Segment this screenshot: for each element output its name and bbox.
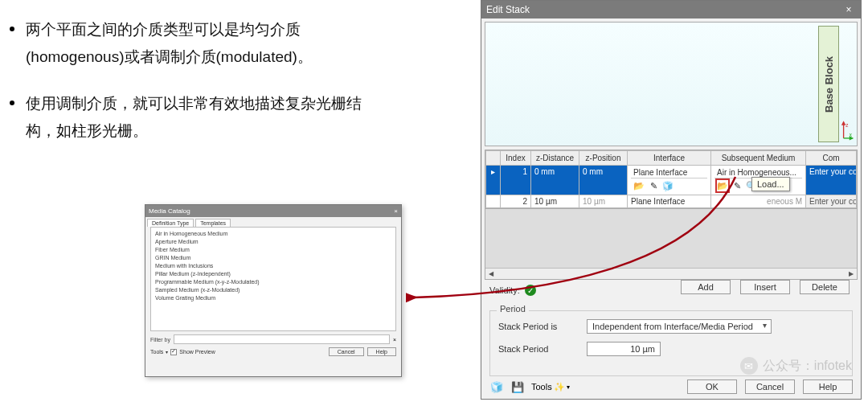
edit-icon[interactable]: ✎ bbox=[731, 180, 743, 191]
validity-ok-icon: ✓ bbox=[525, 285, 536, 296]
list-item[interactable]: Programmable Medium (x-y-z-Modulated) bbox=[155, 278, 391, 286]
cell-medium[interactable]: eneous M bbox=[711, 195, 806, 208]
save-icon[interactable]: 💾 bbox=[510, 379, 525, 394]
edit-stack-titlebar[interactable]: Edit Stack × bbox=[481, 1, 861, 18]
cell-comment[interactable]: Enter your commen bbox=[806, 166, 857, 195]
list-item[interactable]: Fiber Medium bbox=[155, 246, 391, 254]
tools-dropdown[interactable]: Tools ✨▾ bbox=[531, 382, 570, 392]
open-icon[interactable]: 📂 bbox=[717, 180, 728, 191]
media-catalog-title: Media Catalog bbox=[149, 207, 190, 215]
media-catalog-list[interactable]: Air in Homogeneous Medium Aperture Mediu… bbox=[150, 227, 396, 331]
period-legend: Period bbox=[497, 304, 529, 314]
delete-button[interactable]: Delete bbox=[800, 280, 850, 294]
list-item[interactable]: Air in Homogeneous Medium bbox=[155, 230, 391, 238]
cancel-button[interactable]: Cancel bbox=[329, 347, 364, 356]
edit-icon[interactable]: ✎ bbox=[648, 180, 659, 191]
filter-input[interactable] bbox=[174, 334, 390, 344]
list-item[interactable]: Volume Grating Medium bbox=[155, 294, 391, 302]
insert-button[interactable]: Insert bbox=[740, 280, 790, 294]
filter-label: Filter by bbox=[150, 337, 170, 343]
list-item[interactable]: Sampled Medium (x-z-Modulated) bbox=[155, 286, 391, 294]
cell-index[interactable]: 1 bbox=[501, 166, 531, 195]
help-button[interactable]: Help bbox=[803, 379, 853, 394]
validity-label: Validity: bbox=[489, 285, 520, 295]
stack-period-is-label: Stack Period is bbox=[498, 322, 579, 331]
table-row[interactable]: 2 10 µm 10 µm Plane Interface eneous M E… bbox=[486, 195, 857, 208]
stack-period-input[interactable]: 10 µm bbox=[587, 342, 661, 356]
axis-icon: zx bbox=[841, 118, 855, 142]
help-button[interactable]: Help bbox=[367, 347, 396, 356]
stack-preview-viewport[interactable]: Base Block zx bbox=[485, 22, 858, 146]
wand-icon: ✨ bbox=[554, 382, 565, 392]
watermark-text: 公众号：infotek bbox=[763, 358, 852, 375]
period-mode-select[interactable]: Independent from Interface/Media Period bbox=[587, 319, 772, 334]
svg-text:x: x bbox=[850, 132, 853, 137]
edit-stack-title: Edit Stack bbox=[486, 4, 530, 15]
bullet-text-1: 两个平面之间的介质类型可以是均匀介质(homogenous)或者调制介质(mod… bbox=[26, 16, 379, 71]
svg-text:z: z bbox=[845, 122, 848, 128]
bullet-dot bbox=[10, 27, 14, 31]
col-medium[interactable]: Subsequent Medium bbox=[711, 151, 806, 166]
col-index[interactable]: Index bbox=[501, 151, 531, 166]
col-interface[interactable]: Interface bbox=[628, 151, 711, 166]
media-catalog-titlebar[interactable]: Media Catalog × bbox=[145, 205, 401, 217]
base-block-label: Base Block bbox=[818, 26, 839, 142]
stack-period-label: Stack Period bbox=[498, 344, 579, 354]
cell-interface[interactable]: Plane Interface bbox=[628, 195, 711, 208]
add-button[interactable]: Add bbox=[681, 280, 731, 294]
tab-templates[interactable]: Templates bbox=[195, 219, 231, 227]
cell-zdist[interactable]: 0 mm bbox=[531, 166, 579, 195]
view3d-icon[interactable]: 🧊 bbox=[662, 180, 674, 191]
tools-dropdown[interactable]: Tools bbox=[150, 349, 163, 355]
col-zpos[interactable]: z-Position bbox=[579, 151, 628, 166]
cancel-button[interactable]: Cancel bbox=[745, 379, 795, 394]
tab-definition-type[interactable]: Definition Type bbox=[147, 219, 194, 227]
cell-interface[interactable]: Plane Interface bbox=[631, 167, 707, 178]
wechat-icon: ✉ bbox=[740, 357, 758, 375]
col-zdist[interactable]: z-Distance bbox=[531, 151, 579, 166]
view3d-icon[interactable]: 🧊 bbox=[489, 379, 504, 394]
open-icon[interactable]: 📂 bbox=[633, 180, 645, 191]
scroll-right-icon[interactable]: ▶ bbox=[845, 269, 857, 280]
table-empty-area: ◀ ▶ bbox=[485, 209, 858, 280]
list-item[interactable]: GRIN Medium bbox=[155, 254, 391, 262]
list-item[interactable]: Medium with Inclusions bbox=[155, 262, 391, 270]
stack-table[interactable]: Index z-Distance z-Position Interface Su… bbox=[485, 150, 857, 208]
cell-comment[interactable]: Enter your commen bbox=[806, 195, 857, 208]
load-tooltip: Load... bbox=[751, 177, 790, 191]
cell-zdist[interactable]: 10 µm bbox=[531, 195, 579, 208]
cell-index[interactable]: 2 bbox=[501, 195, 531, 208]
cell-zpos[interactable]: 0 mm bbox=[579, 166, 628, 195]
scroll-left-icon[interactable]: ◀ bbox=[485, 269, 497, 280]
row-marker-icon: ▸ bbox=[486, 166, 501, 195]
show-preview-checkbox[interactable] bbox=[170, 349, 177, 355]
bullet-text-2: 使用调制介质，就可以非常有效地描述复杂光栅结构，如柱形光栅。 bbox=[26, 90, 379, 145]
table-row[interactable]: ▸ 1 0 mm 0 mm Plane Interface 📂 ✎ 🧊 Air … bbox=[486, 166, 857, 195]
edit-stack-dialog: Edit Stack × Base Block zx Index z-Dista… bbox=[481, 0, 862, 400]
row-marker-icon bbox=[486, 195, 501, 208]
list-item[interactable]: Aperture Medium bbox=[155, 238, 391, 246]
list-item[interactable]: Pillar Medium (z-Independent) bbox=[155, 270, 391, 278]
ok-button[interactable]: OK bbox=[687, 379, 737, 394]
bullet-dot bbox=[10, 100, 14, 105]
col-marker bbox=[486, 151, 501, 166]
close-icon[interactable]: × bbox=[841, 2, 856, 17]
horizontal-scrollbar[interactable]: ◀ ▶ bbox=[485, 268, 857, 279]
close-icon[interactable]: × bbox=[394, 207, 398, 215]
clear-filter-icon[interactable]: × bbox=[393, 337, 396, 343]
show-preview-label: Show Preview bbox=[179, 349, 215, 355]
col-comment[interactable]: Com bbox=[806, 151, 857, 166]
cell-zpos[interactable]: 10 µm bbox=[579, 195, 628, 208]
media-catalog-dialog: Media Catalog × Definition Type Template… bbox=[145, 204, 402, 377]
watermark: ✉ 公众号：infotek bbox=[740, 357, 852, 375]
